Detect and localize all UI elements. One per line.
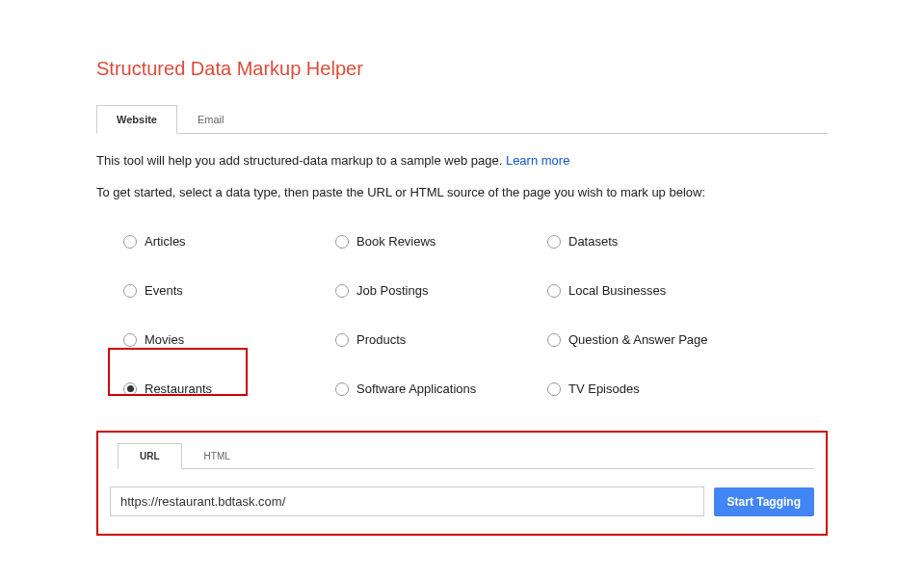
radio-label: Book Reviews: [356, 234, 436, 249]
radio-articles[interactable]: Articles: [116, 228, 328, 254]
tab-website[interactable]: Website: [96, 105, 177, 134]
intro-text-content: This tool will help you add structured-d…: [96, 153, 506, 168]
radio-icon: [123, 235, 137, 249]
radio-icon: [123, 333, 137, 347]
radio-icon: [335, 333, 349, 347]
input-row: Start Tagging: [110, 487, 814, 516]
radio-job-postings[interactable]: Job Postings: [328, 277, 540, 303]
tab-email[interactable]: Email: [177, 105, 245, 134]
intro-text: This tool will help you add structured-d…: [96, 153, 828, 168]
url-input[interactable]: [110, 487, 704, 516]
learn-more-link[interactable]: Learn more: [506, 153, 569, 168]
radio-software-apps[interactable]: Software Applications: [328, 376, 540, 402]
radio-movies[interactable]: Movies: [116, 327, 328, 353]
page-title: Structured Data Markup Helper: [96, 58, 828, 80]
radio-book-reviews[interactable]: Book Reviews: [328, 228, 540, 254]
radio-datasets[interactable]: Datasets: [540, 228, 752, 254]
radio-icon: [547, 284, 561, 298]
radio-icon: [335, 235, 349, 249]
radio-label: Products: [356, 332, 406, 347]
radio-icon: [123, 382, 137, 396]
radio-products[interactable]: Products: [328, 327, 540, 353]
radio-label: Software Applications: [356, 382, 476, 396]
radio-restaurants[interactable]: Restaurants: [116, 376, 328, 402]
radio-label: Events: [145, 283, 183, 298]
radio-label: Job Postings: [356, 283, 428, 298]
radio-qa-page[interactable]: Question & Answer Page: [540, 327, 752, 353]
data-type-radio-group: Articles Book Reviews Datasets Events Jo…: [116, 228, 828, 402]
radio-label: Restaurants: [145, 382, 212, 396]
radio-icon: [547, 333, 561, 347]
radio-local-businesses[interactable]: Local Businesses: [540, 277, 752, 303]
radio-label: Datasets: [568, 234, 618, 249]
radio-label: Question & Answer Page: [568, 332, 708, 347]
radio-icon: [547, 382, 561, 396]
input-tab-html[interactable]: HTML: [182, 443, 252, 469]
radio-label: Movies: [145, 332, 184, 347]
instruction-text: To get started, select a data type, then…: [96, 185, 828, 199]
radio-events[interactable]: Events: [116, 277, 328, 303]
radio-icon: [335, 382, 349, 396]
radio-label: TV Episodes: [568, 382, 640, 396]
radio-icon: [547, 235, 561, 249]
input-tabs: URL HTML: [118, 442, 814, 469]
input-section-highlight: URL HTML Start Tagging: [96, 431, 828, 536]
start-tagging-button[interactable]: Start Tagging: [714, 487, 814, 516]
input-tab-url[interactable]: URL: [118, 443, 182, 469]
radio-label: Articles: [145, 234, 186, 249]
radio-label: Local Businesses: [568, 283, 666, 298]
radio-icon: [123, 284, 137, 298]
radio-tv-episodes[interactable]: TV Episodes: [540, 376, 752, 402]
main-tabs: Website Email: [96, 104, 828, 134]
radio-icon: [335, 284, 349, 298]
